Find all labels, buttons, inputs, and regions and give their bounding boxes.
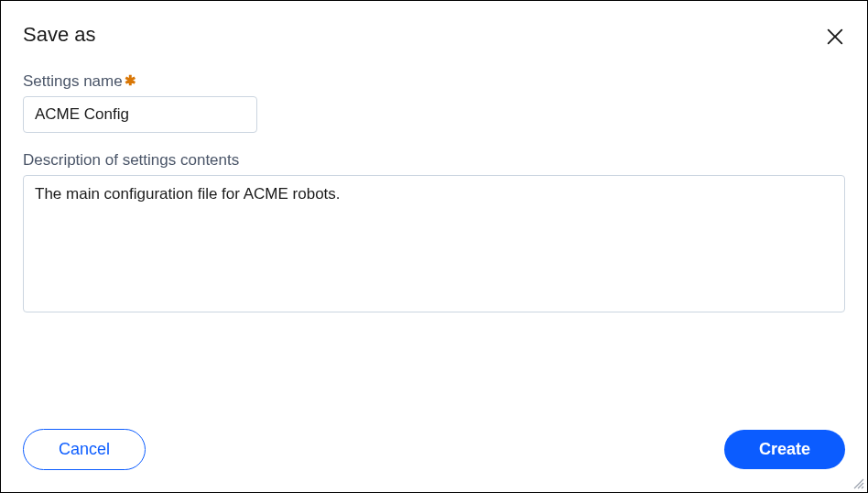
settings-name-label-text: Settings name xyxy=(23,72,123,90)
dialog-body: Settings name✱ Description of settings c… xyxy=(1,47,867,429)
settings-name-input[interactable] xyxy=(23,96,257,133)
close-icon xyxy=(825,27,845,47)
create-button[interactable]: Create xyxy=(724,430,845,469)
description-label: Description of settings contents xyxy=(23,151,845,170)
description-group: Description of settings contents xyxy=(23,151,845,316)
cancel-button[interactable]: Cancel xyxy=(23,429,146,470)
description-input[interactable] xyxy=(23,175,845,312)
dialog-footer: Cancel Create xyxy=(1,429,867,492)
close-button[interactable] xyxy=(825,27,845,47)
dialog-header: Save as xyxy=(1,1,867,47)
settings-name-group: Settings name✱ xyxy=(23,72,845,133)
required-asterisk-icon: ✱ xyxy=(125,72,136,88)
dialog-title: Save as xyxy=(23,23,96,47)
settings-name-label: Settings name✱ xyxy=(23,72,845,91)
